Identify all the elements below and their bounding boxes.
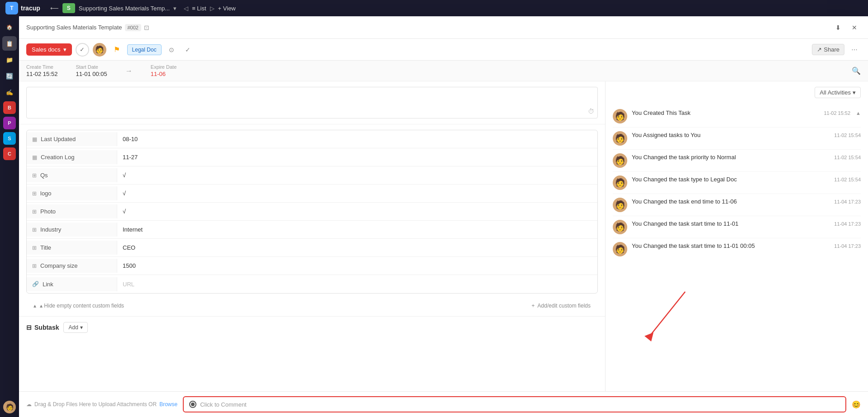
activity-item-5: 🧑 You Changed the task start time to 11-… <box>613 216 861 238</box>
sidebar-item-s[interactable]: S <box>3 132 16 145</box>
right-panel: All Activities ▾ 🧑 You Created This Task… <box>606 81 868 391</box>
field-value-industry[interactable]: Internet <box>117 223 597 237</box>
field-value-creation-log[interactable]: 11-27 <box>117 150 597 164</box>
activity-avatar-5: 🧑 <box>613 220 627 234</box>
field-row-qs: ⊞ Qs √ <box>27 166 597 185</box>
sidebar-item-3[interactable]: ✍️ <box>2 85 17 100</box>
sidebar-item-b[interactable]: B <box>3 101 16 114</box>
sidebar-item-2[interactable]: 🔄 <box>2 69 17 83</box>
sidebar-bottom-avatar[interactable]: 🧑 <box>3 401 16 413</box>
activity-row-2: You Changed the task priority to Normal … <box>632 153 861 161</box>
share-button[interactable]: ↗ Share <box>812 44 844 55</box>
check-button[interactable]: ✓ <box>76 43 89 57</box>
modal-minimize-button[interactable]: ⬇ <box>832 21 844 34</box>
activity-avatar-0: 🧑 <box>613 109 627 123</box>
field-label-qs: ⊞ Qs <box>27 168 117 182</box>
tag-button[interactable]: Legal Doc <box>127 44 162 55</box>
field-value-last-updated[interactable]: 08-10 <box>117 132 597 146</box>
comment-input-container[interactable]: Click to Comment <box>183 396 846 412</box>
nav-arrow-right-icon[interactable]: ▷ <box>210 5 215 12</box>
field-value-company-size[interactable]: 1500 <box>117 259 597 273</box>
activity-avatar-3: 🧑 <box>613 175 627 190</box>
start-date-meta: Start Date 11-01 00:05 <box>76 64 107 77</box>
upload-label: Drag & Drop Files Here to Upload Attachm… <box>34 401 157 408</box>
activity-time-3: 11-02 15:54 <box>834 177 861 182</box>
activity-row-1: You Assigned tasks to You 11-02 15:54 <box>632 131 861 139</box>
field-label-creation-log: ▦ Creation Log <box>27 150 117 164</box>
activity-row-3: You Changed the task type to Legal Doc 1… <box>632 175 861 184</box>
meta-arrow-icon: → <box>125 67 133 75</box>
field-name-creation-log: Creation Log <box>41 154 74 161</box>
comment-radio-inner <box>191 403 195 406</box>
sidebar-item-p[interactable]: P <box>3 117 16 129</box>
meta-search-icon[interactable]: 🔍 <box>852 66 861 75</box>
nav-add-view-icon[interactable]: + View <box>218 5 236 12</box>
fields-table: ▦ Last Updated 08-10 ▦ Creation Log 11-2… <box>26 130 598 294</box>
activity-time-2: 11-02 15:54 <box>834 155 861 160</box>
activity-row-0: You Created This Task 11-02 15:52 ▲ <box>632 109 861 117</box>
activity-avatar-4: 🧑 <box>613 198 627 212</box>
activity-text-0: You Created This Task <box>632 109 691 117</box>
field-row-logo: ⊞ logo √ <box>27 185 597 203</box>
flag-button[interactable]: ⚑ <box>110 43 124 57</box>
all-activities-chevron-icon: ▾ <box>853 89 856 96</box>
add-subtask-label: Add <box>68 324 78 331</box>
bookmark-icon[interactable]: ⊡ <box>144 24 149 31</box>
top-bar: T tracup ⟵ S Supporting Sales Materials … <box>0 0 868 16</box>
add-fields-button[interactable]: + Add/edit custom fields <box>532 303 591 309</box>
field-label-company-size: ⊞ Company size <box>27 259 117 273</box>
field-value-link[interactable]: URL <box>117 277 597 291</box>
activities-header: All Activities ▾ <box>613 87 861 98</box>
activity-avatar-1: 🧑 <box>613 131 627 146</box>
content-spacer <box>19 338 605 365</box>
status-chevron-icon: ▾ <box>63 46 67 53</box>
nav-title: Supporting Sales Materials Temp... <box>79 5 170 12</box>
field-row-link: 🔗 Link URL <box>27 275 597 293</box>
annotation-area <box>613 287 861 348</box>
start-date-label: Start Date <box>76 64 107 70</box>
activity-row-6: You Changed the task start time to 11-01… <box>632 242 861 250</box>
toolbar-icon-1[interactable]: ⊙ <box>165 43 178 56</box>
emoji-button[interactable]: 😊 <box>852 400 861 409</box>
field-row-last-updated: ▦ Last Updated 08-10 <box>27 130 597 148</box>
field-value-qs[interactable]: √ <box>117 168 597 182</box>
browse-link[interactable]: Browse <box>159 401 177 408</box>
editor-toolbar-icon[interactable]: ⏱ <box>588 108 594 115</box>
modal-header: Supporting Sales Materials Template #002… <box>19 16 868 39</box>
sidebar-item-c[interactable]: C <box>3 147 16 160</box>
nav-chevron-icon[interactable]: ▾ <box>173 5 176 12</box>
activity-time-4: 11-04 17:23 <box>834 199 861 204</box>
field-label-title: ⊞ Title <box>27 241 117 255</box>
sidebar-item-home[interactable]: 🏠 <box>2 20 17 34</box>
comment-radio-icon[interactable] <box>189 401 196 408</box>
modal-controls: ⬇ ✕ <box>832 21 861 34</box>
activity-avatar-6: 🧑 <box>613 242 627 256</box>
status-button[interactable]: Sales docs ▾ <box>26 43 72 56</box>
field-value-photo[interactable]: √ <box>117 204 597 218</box>
content-area: ⏱ ▦ Last Updated 08-10 ▦ Creatio <box>19 81 868 391</box>
nav-arrow-left-icon[interactable]: ◁ <box>184 5 188 12</box>
modal-close-button[interactable]: ✕ <box>848 21 861 34</box>
status-label: Sales docs <box>32 46 61 53</box>
add-subtask-button[interactable]: Add ▾ <box>63 322 87 333</box>
app-logo-text: tracup <box>21 5 40 12</box>
field-value-logo[interactable]: √ <box>117 186 597 200</box>
hide-fields-button[interactable]: ▴ ▴ Hide empty content custom fields <box>33 303 124 309</box>
sidebar-item-1[interactable]: 📁 <box>2 52 17 67</box>
all-activities-button[interactable]: All Activities ▾ <box>815 87 861 98</box>
nav-back-icon[interactable]: ⟵ <box>50 5 59 12</box>
task-modal: Supporting Sales Materials Template #002… <box>19 16 868 417</box>
subtask-section: ⊟ Subtask Add ▾ <box>19 316 605 338</box>
text-icon-industry: ⊞ <box>32 227 37 233</box>
more-button[interactable]: ··· <box>848 43 861 56</box>
field-value-title[interactable]: CEO <box>117 241 597 255</box>
task-id-badge: #002 <box>125 24 141 31</box>
sidebar-item-tasks[interactable]: 📋 <box>2 36 17 51</box>
expire-date-label: Expire Date <box>151 64 176 70</box>
link-icon: 🔗 <box>32 281 39 287</box>
nav-list-icon[interactable]: ≡ List <box>192 5 206 12</box>
toolbar-icon-2[interactable]: ✓ <box>181 43 194 56</box>
text-editor[interactable] <box>26 87 598 118</box>
activity-collapse-icon-0[interactable]: ▲ <box>856 110 861 116</box>
assignee-avatar[interactable]: 🧑 <box>93 43 106 57</box>
